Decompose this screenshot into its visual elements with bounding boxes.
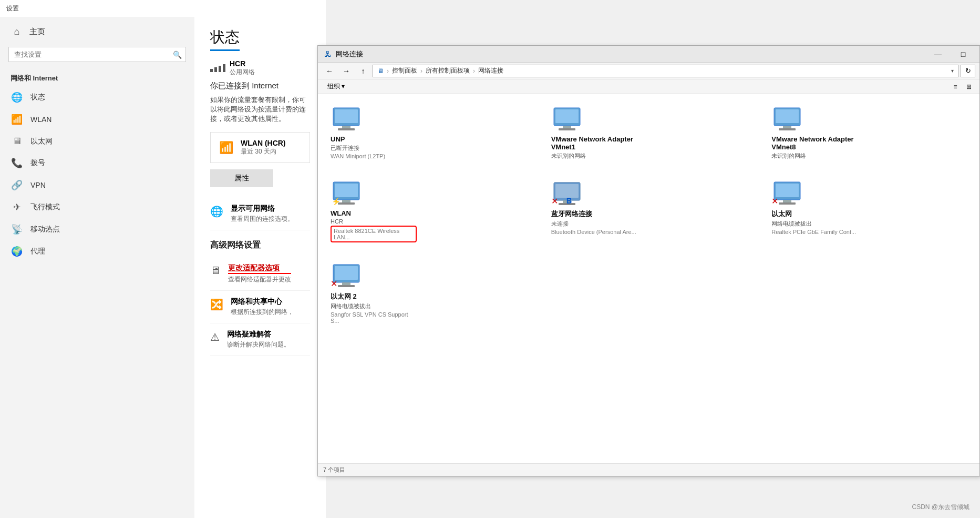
svg-rect-6 bbox=[563, 126, 571, 128]
vmnet8-icon bbox=[771, 107, 803, 131]
address-bar: 🖥 › 控制面板 › 所有控制面板项 › 网络连接 ▾ bbox=[373, 65, 958, 77]
status-icon: 🌐 bbox=[11, 92, 23, 103]
dialup-icon: 📞 bbox=[11, 157, 23, 169]
adapter-sub: 查看网络适配器并更改 bbox=[228, 275, 291, 284]
sidebar-item-status-label: 状态 bbox=[30, 93, 45, 102]
ethernet2-conn-name: 以太网 2 bbox=[331, 292, 357, 301]
svg-rect-10 bbox=[783, 126, 791, 128]
sidebar-item-dialup-label: 拨号 bbox=[30, 158, 45, 168]
sidebar-item-proxy[interactable]: 🌍 代理 bbox=[0, 240, 194, 262]
wlan-card-sub: 最近 30 天内 bbox=[241, 147, 286, 156]
connection-vmnet1[interactable]: VMware Network Adapter VMnet1 未识别的网络 bbox=[547, 103, 642, 164]
svg-rect-13 bbox=[335, 184, 358, 197]
wlan-conn-icon-wrap: ⚡ bbox=[331, 181, 364, 206]
up-button[interactable]: ↑ bbox=[356, 65, 370, 77]
sidebar-item-dialup[interactable]: 📞 拨号 bbox=[0, 152, 194, 174]
bluetooth-icon-wrap: ʙ ✕ bbox=[551, 181, 585, 206]
bluetooth-symbol: ʙ bbox=[566, 194, 572, 206]
vmnet1-icon-wrap bbox=[551, 107, 585, 132]
view-buttons: ≡ ⊞ bbox=[949, 80, 975, 93]
netconn-titlebar: 🖧 网络连接 — □ bbox=[318, 46, 979, 63]
back-button[interactable]: ← bbox=[322, 65, 337, 77]
sidebar-home-button[interactable]: ⌂ 主页 bbox=[0, 21, 194, 43]
show-networks-title: 显示可用网络 bbox=[231, 204, 294, 214]
adapter-options-item[interactable]: 🖥 更改适配器选项 查看网络适配器并更改 bbox=[210, 257, 310, 291]
netconn-toolbar: ← → ↑ 🖥 › 控制面板 › 所有控制面板项 › 网络连接 ▾ ↻ bbox=[318, 63, 979, 79]
vmnet1-name: VMware Network Adapter VMnet1 bbox=[551, 135, 637, 151]
bluetooth-error-icon: ✕ bbox=[551, 196, 558, 206]
wlan-conn-name: WLAN bbox=[331, 209, 351, 217]
troubleshoot-item[interactable]: ⚠ 网络疑难解答 诊断并解决网络问题。 bbox=[210, 323, 310, 356]
connection-wlan[interactable]: ⚡ WLAN HCR Realtek 8821CE Wireless LAN..… bbox=[326, 177, 421, 247]
svg-rect-27 bbox=[342, 282, 350, 285]
wlan-signal-icon: 📶 bbox=[219, 141, 233, 155]
organize-menu[interactable]: 组织 ▾ bbox=[322, 80, 350, 93]
netconn-menubar: 组织 ▾ ≡ ⊞ bbox=[318, 79, 979, 94]
minimize-button[interactable]: — bbox=[926, 46, 950, 63]
show-networks-item[interactable]: 🌐 显示可用网络 查看周围的连接选项。 bbox=[210, 198, 310, 230]
home-icon: ⌂ bbox=[11, 26, 23, 37]
network-connections-window: 🖧 网络连接 — □ ← → ↑ 🖥 › 控制面板 › 所有控制面板项 › 网络… bbox=[317, 45, 980, 476]
sidebar-item-status[interactable]: 🌐 状态 bbox=[0, 86, 194, 108]
svg-rect-2 bbox=[342, 126, 350, 128]
connection-vmnet8[interactable]: VMware Network Adapter VMnet8 未识别的网络 bbox=[767, 103, 862, 164]
netconn-titlebar-buttons: — □ bbox=[926, 46, 975, 63]
sidebar-item-vpn[interactable]: 🔗 VPN bbox=[0, 174, 194, 196]
sharing-center-item[interactable]: 🔀 网络和共享中心 根据所连接到的网络， bbox=[210, 291, 310, 323]
search-icon: 🔍 bbox=[173, 50, 182, 59]
show-networks-sub: 查看周围的连接选项。 bbox=[231, 215, 294, 224]
svg-rect-1 bbox=[335, 109, 358, 123]
ethernet-icon: 🖥 bbox=[11, 136, 23, 147]
connection-bluetooth[interactable]: ʙ ✕ 蓝牙网络连接 未连接 Bluetooth Device (Persona… bbox=[547, 177, 642, 247]
sidebar-item-hotspot[interactable]: 📡 移动热点 bbox=[0, 218, 194, 240]
view-grid-button[interactable]: ⊞ bbox=[963, 80, 975, 93]
svg-rect-22 bbox=[776, 184, 799, 197]
sidebar-search-container: 🔍 bbox=[8, 47, 186, 62]
sidebar-item-proxy-label: 代理 bbox=[30, 247, 45, 256]
unp-icon bbox=[331, 107, 362, 131]
maximize-button[interactable]: □ bbox=[951, 46, 975, 63]
refresh-button[interactable]: ↻ bbox=[961, 65, 975, 77]
wlan-card: 📶 WLAN (HCR) 最近 30 天内 bbox=[210, 132, 310, 163]
sidebar-item-wlan-label: WLAN bbox=[30, 115, 51, 124]
connection-unp[interactable]: UNP 已断开连接 WAN Miniport (L2TP) bbox=[326, 103, 421, 164]
hotspot-icon: 📡 bbox=[11, 224, 23, 235]
status-bar-text: 7 个项目 bbox=[323, 466, 345, 474]
svg-rect-23 bbox=[783, 200, 791, 202]
ethernet2-conn-adapter: Sangfor SSL VPN CS Support S... bbox=[331, 311, 417, 324]
proxy-icon: 🌍 bbox=[11, 246, 23, 257]
wlan-conn-adapter: Realtek 8821CE Wireless LAN... bbox=[331, 226, 417, 242]
svg-rect-24 bbox=[779, 202, 796, 205]
troubleshoot-sub: 诊断并解决网络问题。 bbox=[227, 340, 290, 349]
breadcrumb-part2: 所有控制面板项 bbox=[426, 66, 470, 75]
ethernet-conn-status: 网络电缆被拔出 bbox=[771, 220, 812, 228]
connection-name: HCR bbox=[230, 59, 255, 68]
sidebar-item-airplane[interactable]: ✈ 飞行模式 bbox=[0, 196, 194, 218]
connection-ethernet2[interactable]: ✕ 以太网 2 网络电缆被拔出 Sangfor SSL VPN CS Suppo… bbox=[326, 259, 421, 328]
settings-title: 设置 bbox=[6, 4, 19, 13]
address-dropdown-icon[interactable]: ▾ bbox=[951, 68, 954, 74]
svg-rect-7 bbox=[559, 128, 575, 130]
sidebar-item-wlan[interactable]: 📶 WLAN bbox=[0, 108, 194, 130]
wlan-icon: 📶 bbox=[11, 114, 23, 125]
section-label: 网络和 Internet bbox=[0, 66, 194, 86]
svg-rect-26 bbox=[335, 266, 358, 280]
view-list-button[interactable]: ≡ bbox=[949, 80, 962, 93]
ethernet-conn-name: 以太网 bbox=[771, 209, 792, 219]
ethernet-conn-adapter: Realtek PCIe GbE Family Cont... bbox=[771, 229, 856, 235]
ethernet-error-icon: ✕ bbox=[771, 196, 778, 206]
troubleshoot-icon: ⚠ bbox=[210, 331, 220, 343]
properties-button[interactable]: 属性 bbox=[210, 169, 273, 187]
settings-sidebar: ⌂ 主页 🔍 网络和 Internet 🌐 状态 📶 WLAN 🖥 以太网 bbox=[0, 17, 194, 518]
svg-rect-3 bbox=[338, 128, 355, 130]
sidebar-item-ethernet-label: 以太网 bbox=[30, 137, 53, 146]
adapter-icon: 🖥 bbox=[210, 265, 221, 277]
sidebar-item-ethernet[interactable]: 🖥 以太网 bbox=[0, 130, 194, 152]
breadcrumb-part1: 控制面板 bbox=[392, 66, 417, 75]
forward-button[interactable]: → bbox=[339, 65, 354, 77]
bluetooth-status: 未连接 bbox=[551, 220, 569, 228]
search-input[interactable] bbox=[8, 47, 186, 62]
wlan-conn-status: HCR bbox=[331, 218, 343, 225]
connection-public: 公用网络 bbox=[230, 68, 255, 77]
connection-ethernet[interactable]: ✕ 以太网 网络电缆被拔出 Realtek PCIe GbE Family Co… bbox=[767, 177, 862, 247]
